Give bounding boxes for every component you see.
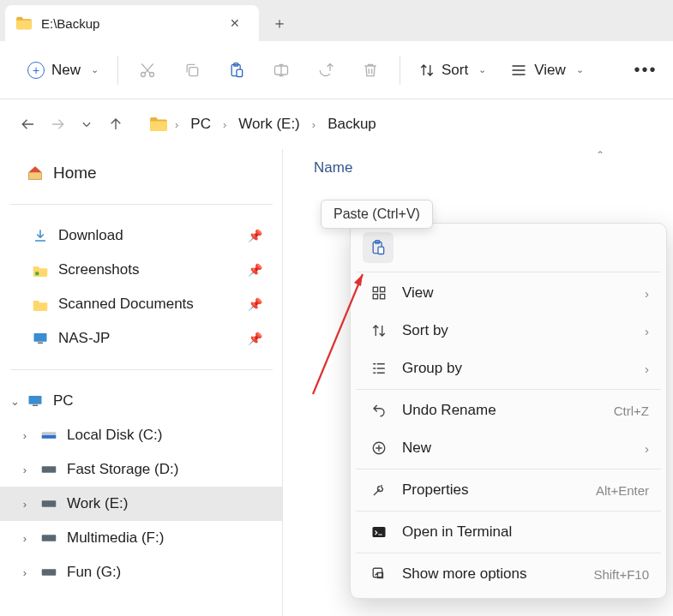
forward-button[interactable]: [43, 110, 72, 139]
svg-rect-24: [381, 287, 385, 291]
crumb-pc[interactable]: PC: [185, 112, 216, 136]
divider: [356, 469, 661, 469]
chevron-right-icon[interactable]: ›: [15, 566, 34, 579]
close-icon[interactable]: ✕: [223, 11, 247, 35]
crumb-drive[interactable]: Work (E:): [233, 112, 304, 136]
svg-rect-23: [373, 287, 377, 291]
tab-title: E:\Backup: [41, 16, 223, 31]
svg-rect-14: [42, 466, 57, 473]
sidebar-item-drive-f[interactable]: › Multimedia (F:): [0, 521, 283, 555]
view-button[interactable]: View ⌄: [502, 57, 592, 84]
cut-button[interactable]: [129, 53, 166, 87]
view-label: View: [534, 62, 566, 79]
sidebar-label: Work (E:): [67, 495, 128, 512]
divider: [400, 56, 400, 85]
chevron-right-icon[interactable]: ›: [310, 118, 317, 131]
more-button[interactable]: •••: [627, 53, 664, 87]
ctx-new[interactable]: New ›: [356, 429, 661, 467]
group-icon: [368, 361, 390, 376]
sidebar-item-scanned-docs[interactable]: Scanned Documents 📌: [0, 287, 283, 321]
back-button[interactable]: [14, 110, 43, 139]
new-button-label: New: [51, 62, 81, 79]
sort-button[interactable]: Sort ⌄: [411, 57, 495, 84]
sidebar-item-nas[interactable]: NAS-JP 📌: [0, 321, 283, 356]
ctx-more-options[interactable]: Show more options Shift+F10: [356, 555, 661, 593]
sidebar-item-screenshots[interactable]: Screenshots 📌: [0, 253, 283, 287]
chevron-right-icon[interactable]: ›: [173, 118, 180, 131]
sidebar-item-pc[interactable]: ⌄ PC: [0, 384, 283, 418]
paste-button[interactable]: [218, 53, 255, 87]
copy-button[interactable]: [173, 53, 211, 87]
divider: [356, 553, 661, 553]
divider: [10, 204, 273, 205]
download-icon: [31, 228, 50, 243]
ctx-properties[interactable]: Properties Alt+Enter: [356, 471, 661, 509]
chevron-down-icon[interactable]: ⌄: [5, 395, 24, 408]
up-button[interactable]: [101, 110, 130, 139]
ctx-open-terminal[interactable]: Open in Terminal: [356, 513, 661, 551]
tab[interactable]: E:\Backup ✕: [5, 5, 259, 41]
ctx-undo[interactable]: Undo Rename Ctrl+Z: [356, 392, 661, 429]
recent-locations-button[interactable]: [72, 110, 101, 139]
folder-icon: [149, 117, 168, 132]
svg-point-7: [35, 272, 39, 276]
divider: [117, 56, 118, 85]
column-label: Name: [314, 159, 352, 176]
sidebar-item-drive-d[interactable]: › Fast Storage (D:): [0, 452, 283, 487]
chevron-down-icon: ⌄: [478, 64, 486, 75]
svg-rect-2: [189, 67, 198, 75]
divider: [356, 511, 661, 511]
breadcrumb[interactable]: › PC › Work (E:) › Backup: [141, 107, 664, 141]
new-tab-button[interactable]: ＋: [259, 5, 300, 41]
column-header-name[interactable]: Name ⌃: [283, 149, 673, 187]
drive-icon: [39, 567, 58, 577]
svg-rect-17: [42, 569, 57, 576]
sidebar-label: PC: [53, 392, 74, 410]
sidebar-item-drive-g[interactable]: › Fun (G:): [0, 555, 283, 589]
chevron-right-icon: ›: [645, 286, 649, 301]
sidebar-item-home[interactable]: Home: [0, 156, 283, 190]
monitor-icon: [26, 394, 45, 408]
plus-circle-icon: [368, 440, 390, 456]
sidebar-item-drive-c[interactable]: › Local Disk (C:): [0, 418, 283, 452]
drive-icon: [39, 464, 58, 475]
crumb-folder[interactable]: Backup: [322, 112, 382, 136]
drive-icon: [39, 499, 58, 509]
ctx-group-by[interactable]: Group by ›: [356, 350, 661, 387]
chevron-right-icon[interactable]: ›: [15, 532, 34, 545]
chevron-right-icon: ›: [645, 362, 649, 376]
ctx-label: Undo Rename: [402, 402, 496, 419]
svg-rect-25: [373, 295, 377, 299]
svg-point-0: [141, 72, 146, 76]
ctx-view[interactable]: View ›: [356, 274, 661, 312]
sidebar-label: Fast Storage (D:): [67, 461, 178, 478]
sidebar-item-drive-e[interactable]: › Work (E:): [0, 487, 283, 521]
sidebar-item-download[interactable]: Download 📌: [0, 218, 283, 253]
ctx-paste-button[interactable]: [363, 232, 394, 263]
chevron-down-icon: ⌄: [576, 64, 584, 75]
svg-rect-15: [42, 500, 57, 507]
chevron-right-icon[interactable]: ›: [221, 118, 228, 131]
ctx-label: Properties: [402, 481, 468, 499]
svg-rect-11: [33, 405, 38, 407]
rename-button[interactable]: [262, 53, 300, 87]
sidebar-label: Home: [53, 164, 97, 182]
share-button[interactable]: [307, 53, 345, 87]
ctx-label: New: [402, 440, 431, 457]
folder-icon: [15, 16, 33, 30]
svg-rect-16: [42, 535, 57, 541]
sort-indicator-icon: ⌃: [596, 149, 604, 161]
sort-label: Sort: [442, 62, 468, 79]
folder-icon: [31, 298, 50, 311]
more-options-icon: [368, 566, 390, 582]
chevron-right-icon[interactable]: ›: [15, 498, 34, 511]
delete-button[interactable]: [352, 53, 389, 87]
ctx-sort-by[interactable]: Sort by ›: [356, 312, 661, 350]
ctx-shortcut: Alt+Enter: [596, 483, 649, 498]
chevron-right-icon[interactable]: ›: [15, 463, 34, 476]
chevron-right-icon[interactable]: ›: [15, 429, 34, 442]
svg-rect-28: [373, 527, 386, 537]
new-button[interactable]: + New ⌄: [19, 57, 107, 84]
toolbar: + New ⌄ Sort ⌄ View ⌄ •••: [0, 41, 673, 99]
ctx-label: View: [402, 284, 434, 302]
